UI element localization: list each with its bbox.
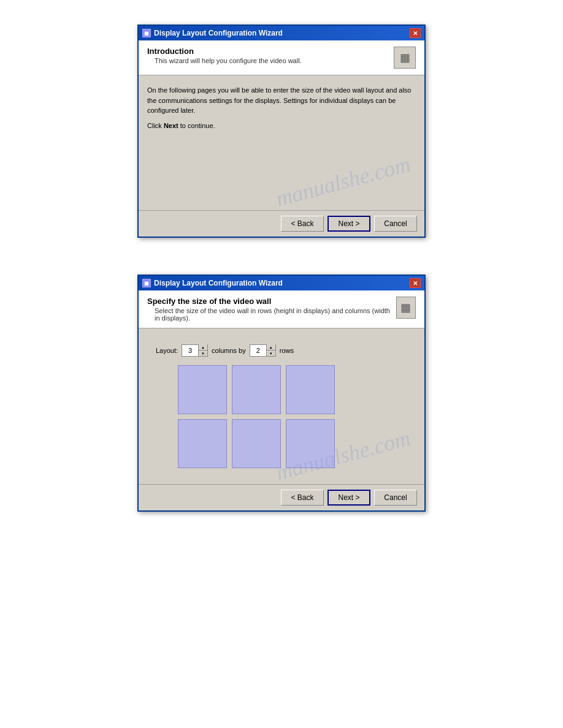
close-button-1[interactable]: ✕: [410, 28, 421, 38]
header-text-1: Introduction This wizard will help you c…: [147, 47, 302, 64]
close-button-2[interactable]: ✕: [410, 278, 421, 288]
layout-section: Layout: ▲ ▼ columns by ▲ ▼ rows: [147, 338, 416, 359]
display-cell-4: [178, 419, 227, 468]
rows-up-arrow[interactable]: ▲: [267, 344, 275, 351]
display-cell-5: [232, 419, 281, 468]
dialog-body-2: Layout: ▲ ▼ columns by ▲ ▼ rows: [139, 328, 424, 484]
rows-text: rows: [280, 346, 294, 356]
wizard-icon-2: ▦: [396, 297, 416, 319]
dialog-header-2: Specify the size of the video wall Selec…: [139, 290, 424, 328]
body-paragraph-1: On the following pages you will be able …: [147, 85, 416, 116]
dialog-header-1: Introduction This wizard will help you c…: [139, 40, 424, 75]
title-bar-left-1: ▦ Display Layout Configuration Wizard: [142, 29, 283, 37]
title-bar-2: ▦ Display Layout Configuration Wizard ✕: [139, 276, 424, 290]
back-button-2[interactable]: < Back: [281, 490, 324, 506]
layout-label: Layout:: [156, 346, 178, 356]
columns-by-text: columns by: [212, 346, 246, 356]
display-grid: [178, 365, 416, 468]
rows-down-arrow[interactable]: ▼: [267, 351, 275, 357]
next-button-2[interactable]: Next >: [327, 490, 370, 506]
display-cell-6: [286, 419, 335, 468]
header-heading-1: Introduction: [147, 47, 302, 56]
header-subtext-1: This wizard will help you configure the …: [155, 57, 302, 64]
display-cell-3: [286, 365, 335, 414]
dialog-body-1: On the following pages you will be able …: [139, 75, 424, 210]
header-subtext-2: Select the size of the video wall in row…: [155, 307, 396, 322]
watermark-1: manualshe.com: [272, 148, 414, 215]
intro-text-1: On the following pages you will be able …: [147, 85, 416, 131]
app-icon-2: ▦: [142, 279, 151, 287]
wizard-icon-1: ▦: [394, 47, 416, 69]
columns-arrows: ▲ ▼: [198, 344, 207, 357]
back-button-1[interactable]: < Back: [281, 216, 324, 232]
next-button-1[interactable]: Next >: [327, 216, 370, 232]
title-bar-1: ▦ Display Layout Configuration Wizard ✕: [139, 26, 424, 40]
cancel-button-1[interactable]: Cancel: [374, 216, 417, 232]
title-bar-left-2: ▦ Display Layout Configuration Wizard: [142, 279, 283, 287]
header-heading-2: Specify the size of the video wall: [147, 297, 396, 306]
columns-up-arrow[interactable]: ▲: [199, 344, 207, 351]
rows-arrows: ▲ ▼: [266, 344, 275, 357]
dialog-1: ▦ Display Layout Configuration Wizard ✕ …: [137, 25, 426, 238]
display-cell-2: [232, 365, 281, 414]
title-text-2: Display Layout Configuration Wizard: [154, 279, 283, 287]
dialog-2: ▦ Display Layout Configuration Wizard ✕ …: [137, 275, 426, 512]
header-text-2: Specify the size of the video wall Selec…: [147, 297, 396, 322]
rows-input[interactable]: [250, 347, 266, 354]
body-paragraph-2: Click Next to continue.: [147, 121, 416, 131]
rows-spinner[interactable]: ▲ ▼: [250, 344, 276, 357]
next-bold: Next: [164, 122, 178, 129]
title-text-1: Display Layout Configuration Wizard: [154, 29, 283, 37]
cancel-button-2[interactable]: Cancel: [374, 490, 417, 506]
dialog-footer-2: < Back Next > Cancel: [139, 484, 424, 510]
columns-spinner[interactable]: ▲ ▼: [182, 344, 208, 357]
display-cell-1: [178, 365, 227, 414]
app-icon-1: ▦: [142, 29, 151, 37]
columns-down-arrow[interactable]: ▼: [199, 351, 207, 357]
dialog-footer-1: < Back Next > Cancel: [139, 210, 424, 237]
columns-input[interactable]: [182, 347, 198, 354]
